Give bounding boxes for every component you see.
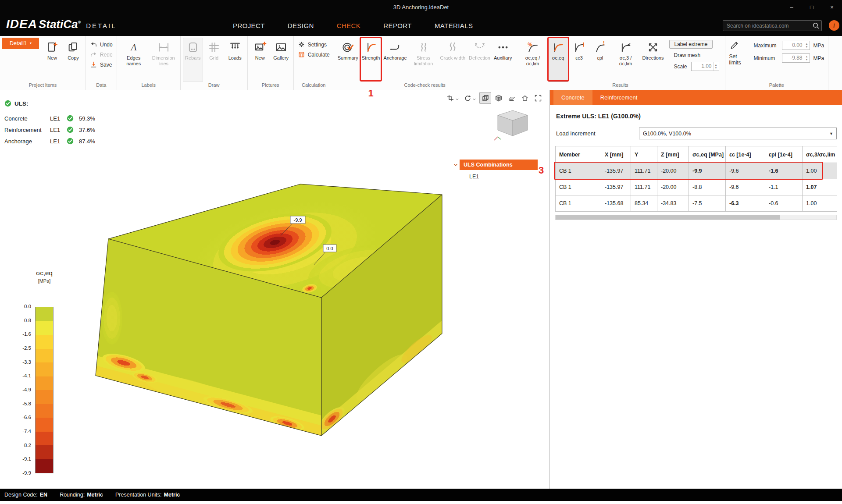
summary-button[interactable]: Summary xyxy=(336,38,360,82)
color-band xyxy=(36,376,53,390)
detail-tab-button[interactable]: Detail1▾ xyxy=(2,38,39,49)
spin-down-icon[interactable]: ▼ xyxy=(715,67,717,70)
column-header-1[interactable]: X [mm] xyxy=(601,146,631,163)
save-button[interactable]: Save xyxy=(90,61,113,68)
status-item-rounding: Rounding:Metric xyxy=(60,492,103,498)
section-view-button[interactable] xyxy=(445,92,461,104)
anchorage-button[interactable]: Anchorage xyxy=(382,38,408,82)
undo-button[interactable]: Undo xyxy=(90,41,113,48)
clip-plane-view-button[interactable] xyxy=(506,92,517,104)
dimension-lines-button[interactable]: Dimension lines xyxy=(149,38,178,82)
cell-0-6: -1.6 xyxy=(765,163,803,179)
table-row-2[interactable]: CB 1-135.6885.34-34.83-7.5-6.3-0.61.00 xyxy=(556,195,837,212)
close-button[interactable]: × xyxy=(822,0,842,14)
c-3-c-lim-button[interactable]: σc,3 / σc,lim xyxy=(611,38,640,82)
info-button[interactable]: i xyxy=(829,20,839,31)
set-limits-button[interactable]: Set limits xyxy=(729,53,746,66)
column-header-0[interactable]: Member xyxy=(556,146,601,163)
column-header-2[interactable]: Y xyxy=(631,146,657,163)
minimize-button[interactable]: – xyxy=(781,0,802,14)
auxiliary-button[interactable]: Auxiliary xyxy=(492,38,514,82)
home-view-button[interactable] xyxy=(519,92,531,104)
menu-item-design[interactable]: DESIGN xyxy=(276,15,325,36)
settings-button[interactable]: Settings xyxy=(298,41,330,48)
cell-0-0: CB 1 xyxy=(556,163,601,179)
menu-item-report[interactable]: REPORT xyxy=(372,15,423,36)
color-band xyxy=(36,362,53,376)
table-row-0[interactable]: CB 1-135.97111.71-20.00-9.9-9.6-1.61.00 xyxy=(556,163,837,179)
horizontal-scrollbar[interactable] xyxy=(555,215,837,220)
minimum-input[interactable]: -9.88▲▼ xyxy=(782,53,810,63)
ribbon-group-draw: RebarsGridLoadsDraw xyxy=(181,36,248,90)
navigation-cube[interactable] xyxy=(492,108,533,146)
combination-item-le1[interactable]: LE1 xyxy=(460,170,538,180)
ribbon-group-calculation: SettingsCalculateCalculation xyxy=(294,36,334,90)
ribbon-group-pictures: NewGalleryPictures xyxy=(248,36,294,90)
label-extreme-toggle[interactable]: Label extreme xyxy=(669,40,712,49)
crack-width-button[interactable]: Crack width xyxy=(439,38,467,82)
solid-view-button[interactable] xyxy=(492,92,504,104)
grid-button[interactable]: Grid xyxy=(204,38,224,82)
redo-button[interactable]: Redo xyxy=(90,51,113,58)
load-increment-dropdown[interactable]: G100.0%, V100.0% ▼ xyxy=(639,128,837,139)
spinner-arrows-icon[interactable]: ▲▼ xyxy=(713,62,719,71)
cell-0-1: -135.97 xyxy=(601,163,631,179)
column-header-6[interactable]: εpl [1e-4] xyxy=(765,146,803,163)
column-header-5[interactable]: εc [1e-4] xyxy=(726,146,765,163)
menu-item-materials[interactable]: MATERIALS xyxy=(423,15,485,36)
new-button[interactable]: New xyxy=(250,38,270,82)
spin-up-icon[interactable]: ▲ xyxy=(806,43,808,46)
uls-combinations-header[interactable]: ULS Combinations xyxy=(460,160,538,170)
spinner-arrows-icon[interactable]: ▲▼ xyxy=(804,41,810,50)
spin-up-icon[interactable]: ▲ xyxy=(806,55,808,58)
column-header-3[interactable]: Z [mm] xyxy=(657,146,689,163)
copy-button[interactable]: Copy xyxy=(63,38,83,82)
search-input[interactable] xyxy=(723,20,822,31)
column-header-4[interactable]: σc,eq [MPa] xyxy=(689,146,726,163)
loads-button[interactable]: Loads xyxy=(225,38,245,82)
viewport-3d[interactable]: -9.9 0.0 ULS:ConcreteLE159.3%Reinforceme… xyxy=(0,90,549,489)
scrollbar-thumb[interactable] xyxy=(556,215,780,220)
stress-limitation-button[interactable]: Stress limitation xyxy=(409,38,438,82)
color-scale-title: σc,eq xyxy=(25,269,63,277)
strength-button[interactable]: Strength1 xyxy=(360,38,382,82)
c-eq-button[interactable]: σc,eq2 xyxy=(548,38,568,82)
new-page-icon xyxy=(46,41,59,54)
menu-item-check[interactable]: CHECK xyxy=(325,15,372,36)
summary-row-concrete[interactable]: ConcreteLE159.3% xyxy=(4,113,95,124)
calculate-button[interactable]: Calculate xyxy=(298,51,330,58)
summary-row-anchorage[interactable]: AnchorageLE187.4% xyxy=(4,135,95,147)
rebars-button[interactable]: Rebars xyxy=(183,38,203,82)
scale-tick-label: -9.1 xyxy=(22,456,31,461)
edges-names-button[interactable]: AEdges names xyxy=(119,38,148,82)
spinner-arrows-icon[interactable]: ▲▼ xyxy=(804,54,810,62)
table-row-1[interactable]: CB 1-135.97111.71-20.00-8.8-9.6-1.11.07 xyxy=(556,179,837,195)
gallery-button[interactable]: Gallery xyxy=(271,38,291,82)
spin-down-icon[interactable]: ▼ xyxy=(806,58,808,61)
search-icon[interactable] xyxy=(812,22,820,29)
tab-concrete[interactable]: Concrete xyxy=(553,90,592,105)
scale-label: Scale xyxy=(674,64,687,70)
maximum-input[interactable]: 0.00▲▼ xyxy=(782,41,810,50)
spin-up-icon[interactable]: ▲ xyxy=(715,64,717,67)
new-button[interactable]: New xyxy=(42,38,62,82)
c-eq-c-lim-button[interactable]: %σc,eq / σc,lim xyxy=(518,38,547,82)
draw-mesh-toggle[interactable]: Draw mesh xyxy=(669,51,705,59)
rotate-view-button[interactable] xyxy=(462,92,478,104)
maximize-button[interactable]: □ xyxy=(802,0,822,14)
menu-item-project[interactable]: PROJECT xyxy=(221,15,276,36)
maximum-input-value: 0.00 xyxy=(782,41,804,50)
deflection-button[interactable]: Deflection xyxy=(467,38,492,82)
directions-button[interactable]: Directions xyxy=(641,38,665,82)
c3-button[interactable]: εc3 xyxy=(569,38,589,82)
column-header-7[interactable]: σc,3/σc,lim xyxy=(803,146,837,163)
scale-input[interactable]: 1.00▲▼ xyxy=(691,62,719,71)
summary-row-reinforcement[interactable]: ReinforcementLE137.6% xyxy=(4,124,95,135)
ribbon-group-title: Draw xyxy=(183,82,245,90)
settings-gear-icon xyxy=(298,41,305,48)
fit-view-button[interactable] xyxy=(532,92,544,104)
spin-down-icon[interactable]: ▼ xyxy=(806,46,808,49)
wireframe-view-button[interactable] xyxy=(479,92,491,104)
tab-reinforcement[interactable]: Reinforcement xyxy=(592,90,646,105)
pl-button[interactable]: !εpl xyxy=(590,38,610,82)
